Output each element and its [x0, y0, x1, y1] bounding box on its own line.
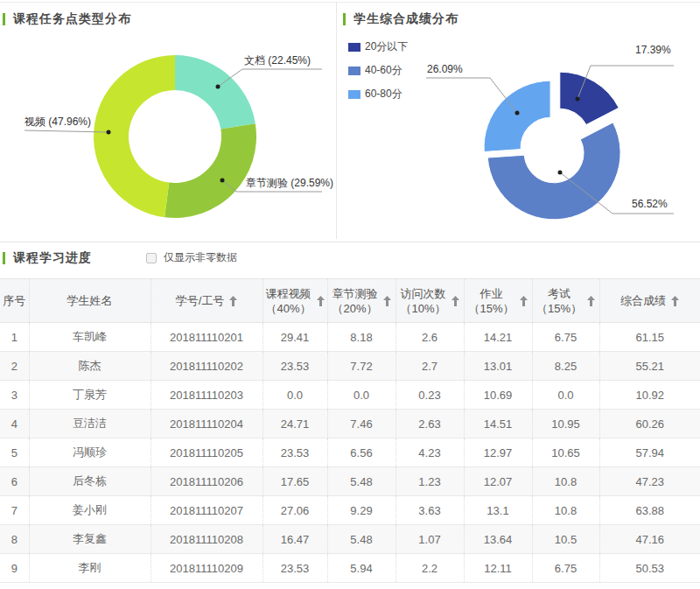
column-header-label: 综合成绩: [620, 293, 666, 308]
callout-doc-label: 文档 (22.45%): [244, 54, 311, 67]
table-row: 6后冬栋20181111020617.655.481.2312.0710.847…: [0, 467, 700, 496]
sort-asc-icon[interactable]: [383, 296, 391, 306]
column-header-8[interactable]: 考试（15%）: [532, 279, 599, 323]
quiz-score: 7.72: [327, 352, 396, 381]
sort-asc-icon[interactable]: [452, 296, 459, 306]
exam-score: 10.95: [532, 410, 599, 438]
student-name: 豆洁洁: [29, 410, 150, 438]
donut-slice-3[interactable]: [94, 55, 175, 217]
video-score: 23.53: [262, 554, 327, 583]
sort-asc-icon[interactable]: [317, 296, 325, 306]
student-name: 陈杰: [29, 352, 150, 381]
callout-low-pct: 17.39%: [635, 44, 671, 56]
quiz-score: 9.29: [327, 496, 396, 525]
video-score: 27.06: [262, 496, 327, 525]
progress-section: 课程学习进度 仅显示非零数据 序号学生姓名学号/工号课程视频（40%）章节测验（…: [0, 242, 700, 583]
donut-slice-2[interactable]: [164, 123, 256, 218]
total-score: 47.23: [599, 467, 700, 496]
column-header-label: 学号/工号: [176, 293, 225, 308]
sort-asc-icon[interactable]: [520, 296, 528, 306]
column-header-weight: （20%）: [332, 301, 377, 316]
visit-count: 2.2: [396, 554, 464, 583]
sort-asc-icon[interactable]: [671, 296, 679, 306]
exam-score: 10.5: [532, 525, 599, 554]
leader-dot-video: [107, 130, 111, 135]
column-header-9[interactable]: 综合成绩: [599, 279, 700, 323]
exam-score: 0.0: [532, 381, 599, 410]
student-name: 李刚: [29, 554, 150, 583]
visit-count: 3.63: [396, 496, 464, 525]
donut-slice-3[interactable]: [484, 81, 550, 151]
exam-score: 6.75: [532, 554, 599, 583]
student-id: 201811110202: [150, 352, 262, 381]
total-score: 50.53: [599, 554, 700, 583]
score-dist-chart-title: 学生综合成绩分布: [354, 11, 458, 27]
row-index: 4: [0, 410, 29, 438]
row-index: 9: [0, 554, 29, 583]
student-id: 201811110209: [150, 554, 262, 583]
row-index: 3: [0, 381, 29, 410]
student-name: 李复鑫: [29, 525, 150, 554]
callout-mid-pct: 56.52%: [632, 198, 668, 210]
visit-count: 1.07: [396, 525, 464, 554]
progress-table: 序号学生姓名学号/工号课程视频（40%）章节测验（20%）访问次数（10%）作业…: [0, 278, 700, 583]
video-score: 17.65: [262, 467, 327, 496]
student-id: 201811110204: [150, 410, 262, 438]
quiz-score: 5.48: [327, 467, 396, 496]
student-id: 201811110205: [150, 438, 262, 467]
donut-slice-1[interactable]: [560, 72, 619, 124]
student-id: 201811110207: [150, 496, 262, 525]
homework-score: 12.07: [464, 467, 532, 496]
student-name: 姜小刚: [29, 496, 150, 525]
column-header-label: 考试: [536, 286, 582, 301]
homework-score: 12.11: [464, 554, 532, 583]
sort-asc-icon[interactable]: [587, 296, 595, 306]
column-header-4[interactable]: 课程视频（40%）: [262, 279, 327, 323]
dashboard-page: 课程任务点类型分布 文档 (22.45%) 视频 (47.96%) 章节测验 (…: [0, 0, 700, 589]
table-row: 1车凯峰20181111020129.418.182.614.216.7561.…: [0, 323, 700, 352]
callout-high-pct: 26.09%: [427, 63, 463, 75]
column-header-label: 学生姓名: [67, 293, 113, 308]
column-header-weight: （15%）: [468, 301, 514, 316]
column-header-5[interactable]: 章节测验（20%）: [327, 279, 396, 323]
column-header-6[interactable]: 访问次数（10%）: [396, 279, 464, 323]
student-id: 201811110201: [150, 323, 262, 352]
student-name: 冯顺珍: [29, 438, 150, 467]
exam-score: 8.25: [532, 352, 599, 381]
student-id: 201811110208: [150, 525, 262, 554]
video-score: 23.53: [262, 438, 327, 467]
quiz-score: 6.56: [327, 438, 396, 467]
table-row: 8李复鑫20181111020816.475.481.0713.6410.547…: [0, 525, 700, 554]
total-score: 10.92: [599, 381, 700, 410]
score-dist-section-title: 学生综合成绩分布: [343, 11, 458, 27]
table-row: 2陈杰20181111020223.537.722.713.018.2555.2…: [0, 352, 700, 381]
visit-count: 2.7: [396, 352, 464, 381]
homework-score: 14.21: [464, 323, 532, 352]
leader-dot-doc: [216, 85, 220, 89]
score-dist-donut-chart: [336, 27, 700, 242]
video-score: 24.71: [262, 410, 327, 438]
section-accent-bar: [3, 252, 5, 264]
sort-asc-icon[interactable]: [229, 296, 237, 306]
nonzero-filter-label: 仅显示非零数据: [164, 250, 237, 265]
progress-title-text: 课程学习进度: [13, 250, 92, 266]
table-row: 3丁泉芳2018111102030.00.00.2310.690.010.92: [0, 381, 700, 410]
exam-score: 10.8: [532, 467, 599, 496]
column-header-7[interactable]: 作业（15%）: [464, 279, 532, 323]
nonzero-filter-checkbox[interactable]: [146, 253, 157, 263]
total-score: 60.26: [599, 410, 700, 438]
nonzero-filter[interactable]: 仅显示非零数据: [146, 250, 237, 265]
homework-score: 13.1: [464, 496, 532, 525]
table-row: 9李刚20181111020923.535.942.212.116.7550.5…: [0, 554, 700, 583]
column-header-label: 作业: [468, 286, 514, 301]
progress-section-title: 课程学习进度: [0, 250, 700, 266]
total-score: 63.88: [599, 496, 700, 525]
video-score: 23.53: [262, 352, 327, 381]
homework-score: 13.64: [464, 525, 532, 554]
row-index: 8: [0, 525, 29, 554]
visit-count: 2.63: [396, 410, 464, 438]
quiz-score: 0.0: [327, 381, 396, 410]
column-header-3[interactable]: 学号/工号: [150, 279, 262, 323]
student-id: 201811110203: [150, 381, 262, 410]
homework-score: 12.97: [464, 438, 532, 467]
